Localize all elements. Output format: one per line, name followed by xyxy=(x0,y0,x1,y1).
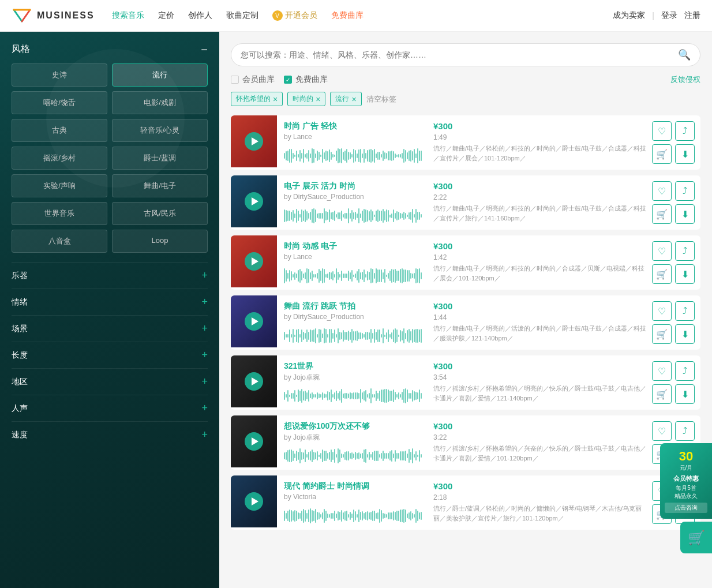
style-hiphop[interactable]: 嘻哈/饶舌 xyxy=(12,91,107,114)
style-experimental[interactable]: 实验/声响 xyxy=(12,174,107,197)
filter-vocal[interactable]: 人声 + xyxy=(12,395,208,421)
style-rock[interactable]: 摇滚/乡村 xyxy=(12,147,107,170)
style-folk[interactable]: 古风/民乐 xyxy=(112,202,208,225)
play-button[interactable] xyxy=(245,492,263,511)
track-title[interactable]: 时尚 广告 轻快 xyxy=(284,121,422,132)
share-button[interactable]: ⤴ xyxy=(675,241,695,261)
download-button[interactable]: ⬇ xyxy=(675,324,695,344)
favorite-button[interactable]: ♡ xyxy=(652,181,672,201)
style-classical[interactable]: 古典 xyxy=(12,119,107,142)
nav-search-music[interactable]: 搜索音乐 xyxy=(112,10,144,21)
search-icon[interactable]: 🔍 xyxy=(678,48,691,61)
nav-vip[interactable]: V 开通会员 xyxy=(272,10,317,21)
add-to-cart-button[interactable]: 🛒 xyxy=(652,144,672,164)
style-loop[interactable]: Loop xyxy=(112,230,208,253)
track-title[interactable]: 现代 简约爵士 时尚情调 xyxy=(284,481,422,492)
nav-pricing[interactable]: 定价 xyxy=(158,10,174,21)
download-button[interactable]: ⬇ xyxy=(675,144,695,164)
free-library-tab[interactable]: ✓ 免费曲库 xyxy=(284,74,328,85)
logo[interactable]: MUSINESS xyxy=(12,5,95,26)
track-waveform[interactable] xyxy=(284,208,422,224)
vip-library-tab[interactable]: 会员曲库 xyxy=(231,74,275,85)
remove-hopeful-tag[interactable]: × xyxy=(273,95,278,103)
play-button[interactable] xyxy=(245,132,263,151)
favorite-button[interactable]: ♡ xyxy=(652,421,672,441)
share-button[interactable]: ⤴ xyxy=(675,181,695,201)
remove-trendy-tag[interactable]: × xyxy=(316,95,320,103)
track-waveform[interactable] xyxy=(284,268,422,284)
style-pop[interactable]: 流行 xyxy=(112,63,208,87)
add-to-cart-button[interactable]: 🛒 xyxy=(652,384,672,404)
vip-cta[interactable]: 点击咨询 xyxy=(665,503,707,513)
filter-tag-hopeful[interactable]: 怀抱希望的 × xyxy=(231,92,283,106)
search-input[interactable] xyxy=(241,50,678,59)
track-title[interactable]: 时尚 动感 电子 xyxy=(284,241,422,252)
track-price: ¥300 xyxy=(433,121,452,131)
add-to-cart-button[interactable]: 🛒 xyxy=(652,204,672,224)
filter-instrument[interactable]: 乐器 + xyxy=(12,262,208,289)
track-title[interactable]: 想说爱你100万次还不够 xyxy=(284,421,422,432)
download-button[interactable]: ⬇ xyxy=(675,264,695,284)
track-waveform[interactable] xyxy=(284,148,422,164)
share-button[interactable]: ⤴ xyxy=(675,361,695,381)
track-info: 现代 简约爵士 时尚情调 by Victoria xyxy=(277,475,429,530)
login-link[interactable]: 登录 xyxy=(661,10,677,21)
play-button[interactable] xyxy=(245,372,263,391)
vip-banner[interactable]: 30 元/月 会员特惠 每月5首精品永久 点击咨询 xyxy=(660,443,712,519)
filter-tempo[interactable]: 速度 + xyxy=(12,421,208,448)
track-info: 想说爱你100万次还不够 by Jojo卓琬 xyxy=(277,415,429,470)
track-title[interactable]: 舞曲 流行 跳跃 节拍 xyxy=(284,301,422,312)
filter-region[interactable]: 地区 + xyxy=(12,368,208,395)
collapse-style-btn[interactable]: − xyxy=(201,44,208,55)
become-seller-link[interactable]: 成为卖家 xyxy=(613,10,645,21)
filter-length[interactable]: 长度 + xyxy=(12,342,208,368)
track-title[interactable]: 321世界 xyxy=(284,361,422,372)
vip-checkbox[interactable] xyxy=(231,76,239,84)
filter-scene[interactable]: 场景 + xyxy=(12,315,208,342)
share-button[interactable]: ⤴ xyxy=(675,121,695,141)
track-waveform[interactable] xyxy=(284,448,422,464)
style-film[interactable]: 电影/戏剧 xyxy=(112,91,208,114)
filter-mood[interactable]: 情绪 + xyxy=(12,289,208,315)
cart-button[interactable]: 🛒 xyxy=(680,522,712,553)
track-waveform[interactable] xyxy=(284,328,422,344)
track-meta: ¥300 3:54 流行／摇滚/乡村／怀抱希望的／明亮的／快乐的／爵士鼓/电子鼓… xyxy=(429,355,652,410)
play-button[interactable] xyxy=(245,432,263,451)
favorite-button[interactable]: ♡ xyxy=(652,241,672,261)
remove-pop-tag[interactable]: × xyxy=(351,95,356,103)
action-row-2: 🛒 ⬇ xyxy=(652,144,695,164)
nav-creator[interactable]: 创作人 xyxy=(188,10,212,21)
add-to-cart-button[interactable]: 🛒 xyxy=(652,264,672,284)
nav-custom-song[interactable]: 歌曲定制 xyxy=(226,10,258,21)
style-world[interactable]: 世界音乐 xyxy=(12,202,107,225)
favorite-button[interactable]: ♡ xyxy=(652,301,672,321)
track-waveform[interactable] xyxy=(284,388,422,404)
play-button[interactable] xyxy=(245,312,263,331)
clear-all-tags[interactable]: 清空标签 xyxy=(366,92,396,106)
style-ambient[interactable]: 轻音乐/心灵 xyxy=(112,119,208,142)
favorite-button[interactable]: ♡ xyxy=(652,121,672,141)
favorite-button[interactable]: ♡ xyxy=(652,361,672,381)
nav-free-library[interactable]: 免费曲库 xyxy=(331,10,364,21)
style-epic[interactable]: 史诗 xyxy=(12,63,107,87)
play-button[interactable] xyxy=(245,252,263,271)
feedback-link[interactable]: 反馈侵权 xyxy=(670,74,700,85)
style-section-title: 风格 − xyxy=(12,43,208,55)
track-author: by Lance xyxy=(284,133,422,141)
download-button[interactable]: ⬇ xyxy=(675,204,695,224)
filter-tag-trendy[interactable]: 时尚的 × xyxy=(287,92,325,106)
share-button[interactable]: ⤴ xyxy=(675,421,695,441)
free-checkbox[interactable]: ✓ xyxy=(284,76,292,84)
track-title[interactable]: 电子 展示 活力 时尚 xyxy=(284,181,422,192)
style-jazz[interactable]: 爵士/蓝调 xyxy=(112,147,208,170)
style-musicbox[interactable]: 八音盒 xyxy=(12,230,107,253)
library-tabs: 会员曲库 ✓ 免费曲库 反馈侵权 xyxy=(231,74,700,85)
track-waveform[interactable] xyxy=(284,508,422,524)
style-dance[interactable]: 舞曲/电子 xyxy=(112,174,208,197)
filter-tag-pop[interactable]: 流行 × xyxy=(330,92,361,106)
add-to-cart-button[interactable]: 🛒 xyxy=(652,324,672,344)
register-link[interactable]: 注册 xyxy=(684,10,700,21)
download-button[interactable]: ⬇ xyxy=(675,384,695,404)
share-button[interactable]: ⤴ xyxy=(675,301,695,321)
play-button[interactable] xyxy=(245,192,263,211)
